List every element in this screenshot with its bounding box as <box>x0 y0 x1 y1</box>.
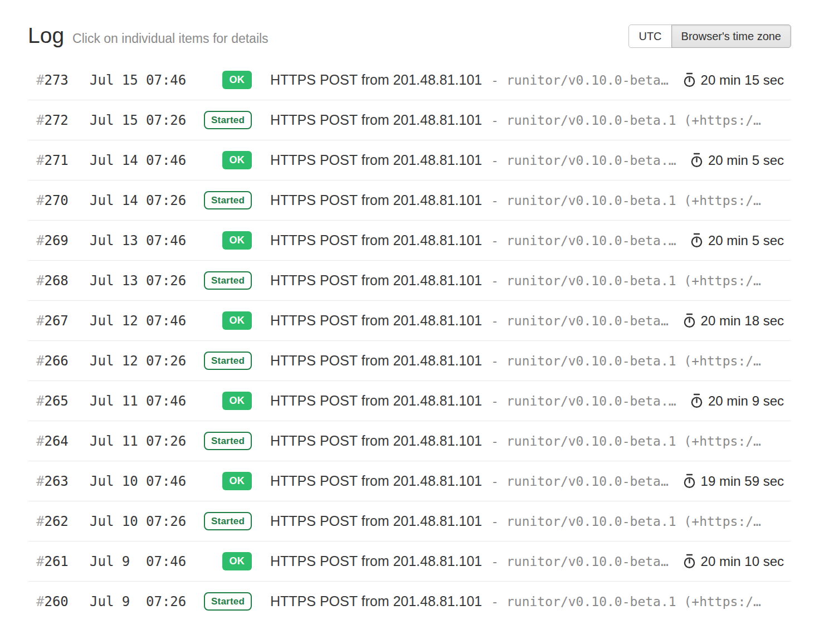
user-agent: - runitor/v0.10.0-beta.1 (+https:/… <box>491 354 761 368</box>
browser-timezone-button[interactable]: Browser's time zone <box>671 25 791 48</box>
event-date: Jul 12 <box>90 313 146 329</box>
event-number: #268 <box>36 273 90 289</box>
status-badge-cell: OK <box>191 231 252 250</box>
status-badge-cell: Started <box>191 352 252 370</box>
event-duration: 20 min 15 sec <box>683 72 784 88</box>
event-time: 07:46 <box>146 233 191 248</box>
log-row[interactable]: #269 Jul 13 07:46 OK HTTPS POST from 201… <box>28 221 791 261</box>
hash-prefix: # <box>36 554 44 569</box>
status-badge-cell: Started <box>191 111 252 129</box>
event-duration-text: 20 min 5 sec <box>708 233 784 248</box>
status-badge: OK <box>222 472 252 490</box>
event-message: HTTPS POST from 201.48.81.101 <box>270 353 482 369</box>
event-description: HTTPS POST from 201.48.81.101 - runitor/… <box>270 393 680 409</box>
log-row[interactable]: #262 Jul 10 07:26 Started HTTPS POST fro… <box>28 501 791 541</box>
status-badge: OK <box>222 552 252 570</box>
log-row[interactable]: #271 Jul 14 07:46 OK HTTPS POST from 201… <box>28 140 791 180</box>
hash-prefix: # <box>36 594 44 609</box>
log-row[interactable]: #265 Jul 11 07:46 OK HTTPS POST from 201… <box>28 381 791 421</box>
event-duration: 20 min 5 sec <box>690 233 784 248</box>
event-number: #272 <box>36 113 90 128</box>
event-date: Jul 15 <box>90 72 146 88</box>
user-agent: - runitor/v0.10.0-beta.1 (+https:/… <box>491 233 680 248</box>
event-id: 261 <box>44 554 68 569</box>
event-time: 07:26 <box>146 353 191 369</box>
event-date: Jul 15 <box>90 113 146 128</box>
user-agent: - runitor/v0.10.0-beta.1 (+https:/… <box>491 394 680 408</box>
event-date: Jul 12 <box>90 353 146 369</box>
event-duration: 20 min 5 sec <box>690 153 784 168</box>
log-row[interactable]: #273 Jul 15 07:46 OK HTTPS POST from 201… <box>28 60 791 100</box>
event-number: #271 <box>36 153 90 168</box>
event-date: Jul 14 <box>90 193 146 208</box>
log-row[interactable]: #267 Jul 12 07:46 OK HTTPS POST from 201… <box>28 301 791 341</box>
event-time: 07:46 <box>146 393 191 409</box>
hash-prefix: # <box>36 433 44 449</box>
user-agent: - runitor/v0.10.0-beta.1 (+https:/… <box>491 514 761 529</box>
event-date: Jul 13 <box>90 273 146 289</box>
event-time: 07:46 <box>146 474 191 489</box>
event-message: HTTPS POST from 201.48.81.101 <box>270 272 482 289</box>
user-agent: - runitor/v0.10.0-beta.1 (+https:/… <box>491 474 672 489</box>
hash-prefix: # <box>36 514 44 529</box>
stopwatch-icon <box>683 72 696 87</box>
utc-button[interactable]: UTC <box>628 25 671 48</box>
hash-prefix: # <box>36 313 44 329</box>
stopwatch-icon <box>690 393 703 408</box>
status-badge-cell: OK <box>191 151 252 169</box>
log-row[interactable]: #260 Jul 9 07:26 Started HTTPS POST from… <box>28 582 791 621</box>
event-id: 268 <box>44 273 68 289</box>
user-agent: - runitor/v0.10.0-beta.1 (+https:/… <box>491 554 672 569</box>
status-badge: OK <box>222 71 252 89</box>
event-duration-text: 20 min 15 sec <box>701 72 784 88</box>
log-row[interactable]: #270 Jul 14 07:26 Started HTTPS POST fro… <box>28 180 791 221</box>
event-date: Jul 10 <box>90 474 146 489</box>
event-message: HTTPS POST from 201.48.81.101 <box>270 513 482 529</box>
event-message: HTTPS POST from 201.48.81.101 <box>270 192 482 208</box>
log-row[interactable]: #263 Jul 10 07:46 OK HTTPS POST from 201… <box>28 461 791 501</box>
event-duration-text: 20 min 9 sec <box>708 393 784 409</box>
hash-prefix: # <box>36 393 44 409</box>
stopwatch-icon <box>690 233 703 248</box>
log-row[interactable]: #261 Jul 9 07:46 OK HTTPS POST from 201.… <box>28 541 791 582</box>
event-duration: 20 min 18 sec <box>683 313 784 329</box>
user-agent: - runitor/v0.10.0-beta.1 (+https:/… <box>491 314 672 328</box>
user-agent: - runitor/v0.10.0-beta.1 (+https:/… <box>491 153 680 168</box>
status-badge-cell: Started <box>191 512 252 530</box>
status-badge: Started <box>204 432 252 450</box>
status-badge: Started <box>204 352 252 370</box>
event-number: #270 <box>36 193 90 208</box>
event-message: HTTPS POST from 201.48.81.101 <box>270 112 482 128</box>
event-description: HTTPS POST from 201.48.81.101 - runitor/… <box>270 433 784 449</box>
event-description: HTTPS POST from 201.48.81.101 - runitor/… <box>270 353 784 369</box>
hash-prefix: # <box>36 353 44 369</box>
event-id: 269 <box>44 233 68 248</box>
event-time: 07:46 <box>146 153 191 168</box>
event-message: HTTPS POST from 201.48.81.101 <box>270 553 482 569</box>
event-date: Jul 13 <box>90 233 146 248</box>
event-number: #267 <box>36 313 90 329</box>
event-description: HTTPS POST from 201.48.81.101 - runitor/… <box>270 112 784 128</box>
event-time: 07:26 <box>146 113 191 128</box>
event-message: HTTPS POST from 201.48.81.101 <box>270 232 482 248</box>
log-row[interactable]: #264 Jul 11 07:26 Started HTTPS POST fro… <box>28 421 791 461</box>
event-description: HTTPS POST from 201.48.81.101 - runitor/… <box>270 152 680 168</box>
event-time: 07:26 <box>146 273 191 289</box>
status-badge-cell: Started <box>191 592 252 611</box>
title-wrap: Log Click on individual items for detail… <box>28 23 269 48</box>
event-duration: 20 min 10 sec <box>683 554 784 569</box>
event-id: 260 <box>44 594 68 609</box>
log-row[interactable]: #266 Jul 12 07:26 Started HTTPS POST fro… <box>28 341 791 381</box>
event-number: #266 <box>36 353 90 369</box>
log-row[interactable]: #268 Jul 13 07:26 Started HTTPS POST fro… <box>28 261 791 301</box>
event-message: HTTPS POST from 201.48.81.101 <box>270 473 482 489</box>
event-description: HTTPS POST from 201.48.81.101 - runitor/… <box>270 513 784 529</box>
event-number: #260 <box>36 594 90 609</box>
event-message: HTTPS POST from 201.48.81.101 <box>270 72 482 88</box>
event-description: HTTPS POST from 201.48.81.101 - runitor/… <box>270 272 784 289</box>
page-subtitle: Click on individual items for details <box>72 31 269 46</box>
event-time: 07:46 <box>146 313 191 329</box>
status-badge-cell: OK <box>191 552 252 570</box>
log-row[interactable]: #272 Jul 15 07:26 Started HTTPS POST fro… <box>28 100 791 140</box>
user-agent: - runitor/v0.10.0-beta.1 (+https:/… <box>491 594 761 609</box>
